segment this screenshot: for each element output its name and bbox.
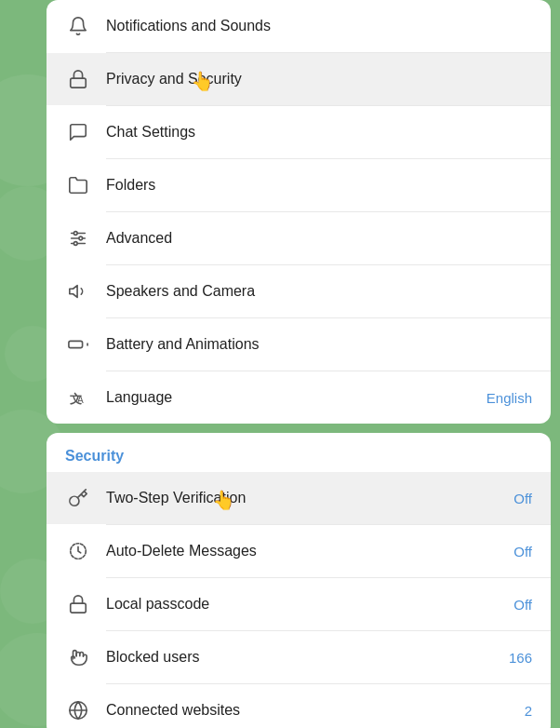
sliders-icon [65,225,91,251]
hand-icon [65,644,91,670]
svg-rect-13 [71,603,87,613]
settings-item-language[interactable]: 文 A Language English [47,371,551,424]
settings-item-battery[interactable]: Battery and Animations [47,318,551,371]
two-step-label: Two-Step Verification [106,490,513,506]
blocked-value: 166 [509,650,532,666]
passcode-value: Off [513,597,532,613]
battery-label: Battery and Animations [106,336,532,353]
chat-label: Chat Settings [106,124,532,141]
svg-text:A: A [77,395,84,405]
blocked-label: Blocked users [106,649,509,666]
language-label: Language [106,389,487,406]
folders-label: Folders [106,177,532,194]
security-item-blocked[interactable]: Blocked users 166 [47,631,551,683]
connected-value: 2 [525,703,532,719]
key-icon [65,485,91,511]
settings-item-privacy[interactable]: Privacy and Security 👆 [47,53,551,105]
auto-delete-value: Off [513,544,532,559]
connected-label: Connected websites [106,702,525,719]
settings-item-notifications[interactable]: Notifications and Sounds [47,0,551,52]
globe-icon [65,697,91,723]
security-header-text: Security [65,448,124,464]
settings-item-speakers[interactable]: Speakers and Camera [47,265,551,317]
passcode-label: Local passcode [106,596,513,613]
settings-item-folders[interactable]: Folders [47,159,551,211]
chat-icon [65,119,91,145]
language-value: English [487,390,532,406]
svg-rect-0 [71,78,87,88]
translate-icon: 文 A [65,384,91,411]
speaker-icon [65,278,91,304]
svg-marker-7 [70,286,77,298]
lock-icon [65,66,91,92]
svg-point-5 [79,236,83,240]
security-item-two-step[interactable]: Two-Step Verification Off 👆 [47,472,551,524]
folder-icon [65,172,91,198]
security-item-passcode[interactable]: Local passcode Off [47,578,551,630]
passcode-lock-icon [65,591,91,617]
notifications-label: Notifications and Sounds [106,18,532,34]
settings-item-chat[interactable]: Chat Settings [47,106,551,158]
svg-point-6 [73,242,77,246]
clock-icon [65,538,91,564]
advanced-label: Advanced [106,230,532,247]
bell-icon [65,13,91,39]
svg-rect-8 [69,341,83,347]
auto-delete-label: Auto-Delete Messages [106,543,513,559]
settings-panel: Notifications and Sounds Privacy and Sec… [47,0,551,424]
security-item-auto-delete[interactable]: Auto-Delete Messages Off [47,525,551,577]
security-item-connected[interactable]: Connected websites 2 [47,684,551,728]
two-step-value: Off [513,491,532,506]
security-section-header: Security [47,433,551,472]
settings-item-advanced[interactable]: Advanced [47,212,551,264]
security-panel: Security Two-Step Verification Off 👆 Aut… [47,433,551,728]
speakers-label: Speakers and Camera [106,283,532,300]
svg-point-4 [73,232,77,236]
battery-icon [65,331,91,357]
content-area: Notifications and Sounds Privacy and Sec… [47,0,551,728]
privacy-label: Privacy and Security [106,71,532,88]
